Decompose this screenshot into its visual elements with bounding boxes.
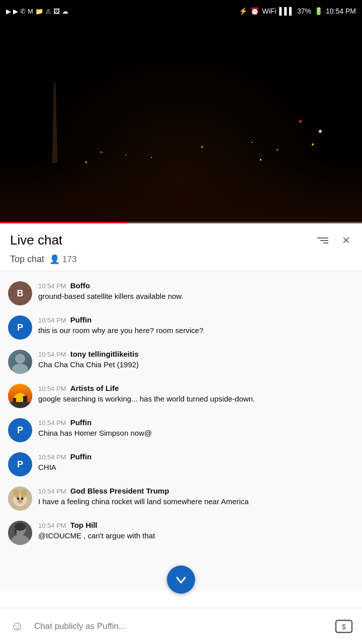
video-content bbox=[0, 22, 362, 223]
message-text: CHIA bbox=[38, 463, 56, 471]
light-dot bbox=[277, 149, 278, 150]
alert-icon: ⚠ bbox=[45, 8, 51, 15]
filter-icon bbox=[317, 237, 328, 244]
video-player[interactable] bbox=[0, 22, 362, 223]
folder-icon: 📁 bbox=[35, 8, 43, 15]
viewers-number: 173 bbox=[62, 255, 76, 265]
svg-point-0 bbox=[15, 354, 25, 364]
status-right-info: ⚡ ⏰ WiFi ▌▌▌ 37% 🔋 10:54 PM bbox=[239, 7, 356, 15]
video-progress-fill bbox=[0, 222, 127, 223]
message-content: 10:54 PM Top Hill @ICOUCME , can't argue… bbox=[38, 521, 354, 541]
status-left-icons: ▶ ▶ ✆ M 📁 ⚠ 🖼 ☁ bbox=[6, 8, 68, 15]
send-money-button[interactable]: $ bbox=[332, 615, 356, 637]
avatar bbox=[8, 350, 32, 374]
video-progress-bar[interactable] bbox=[0, 222, 362, 223]
message-meta: 10:54 PM Puffin bbox=[38, 452, 354, 461]
alarm-icon: ⏰ bbox=[250, 7, 259, 15]
svg-text:$: $ bbox=[342, 623, 346, 631]
scroll-down-button[interactable] bbox=[167, 566, 195, 594]
person2-avatar-icon bbox=[8, 521, 32, 545]
list-item: 10:54 PM Top Hill @ICOUCME , can't argue… bbox=[0, 516, 362, 550]
message-meta: 10:54 PM Puffin bbox=[38, 315, 354, 324]
svg-rect-19 bbox=[15, 529, 17, 534]
message-meta: 10:54 PM Artists of Life bbox=[38, 384, 354, 392]
chat-header-icons: × bbox=[315, 230, 352, 250]
message-content: 10:54 PM God Bless President Trump I hav… bbox=[38, 487, 354, 507]
chat-input[interactable] bbox=[34, 621, 326, 631]
message-content: 10:54 PM Artists of Life google searchin… bbox=[38, 384, 354, 404]
light-dot bbox=[260, 159, 261, 160]
city-lights bbox=[0, 158, 362, 223]
message-time: 10:54 PM bbox=[38, 316, 66, 324]
top-chat-row: Top chat 👤 173 bbox=[10, 254, 352, 271]
message-author: Puffin bbox=[70, 418, 92, 427]
message-text: @ICOUCME , can't argue with that bbox=[38, 531, 155, 540]
list-item: 10:54 PM God Bless President Trump I hav… bbox=[0, 481, 362, 516]
message-meta: 10:54 PM God Bless President Trump bbox=[38, 487, 354, 495]
bluetooth-icon: ⚡ bbox=[239, 7, 247, 15]
svg-point-14 bbox=[19, 502, 22, 504]
message-author: Puffin bbox=[70, 452, 92, 461]
m-icon: M bbox=[28, 8, 33, 15]
light-dot bbox=[201, 146, 203, 148]
avatar: P bbox=[8, 452, 32, 476]
message-author: Artists of Life bbox=[70, 384, 119, 392]
list-item: P 10:54 PM Puffin CHIA bbox=[0, 447, 362, 481]
list-item: 10:54 PM tony tellingitlikeitis Cha Cha … bbox=[0, 345, 362, 379]
dollar-send-icon: $ bbox=[335, 617, 353, 635]
message-time: 10:54 PM bbox=[38, 488, 66, 495]
chevron-down-icon bbox=[174, 573, 188, 587]
person-avatar-icon bbox=[8, 350, 32, 374]
message-text: Cha Cha Cha Chia Pet (1992) bbox=[38, 360, 139, 369]
svg-point-11 bbox=[17, 498, 20, 500]
svg-rect-6 bbox=[23, 396, 27, 402]
youtube2-icon: ▶ bbox=[13, 8, 18, 15]
viewers-count: 👤 173 bbox=[49, 254, 76, 265]
live-chat-title: Live chat bbox=[10, 232, 62, 248]
cloud-icon: ☁ bbox=[62, 8, 68, 15]
avatar: P bbox=[8, 418, 32, 442]
avatar bbox=[8, 487, 32, 511]
viewers-icon: 👤 bbox=[49, 254, 60, 265]
light-dot bbox=[312, 143, 314, 145]
message-time: 10:54 PM bbox=[38, 453, 66, 461]
message-author: Puffin bbox=[70, 315, 92, 324]
message-time: 10:54 PM bbox=[38, 351, 66, 358]
sunset-avatar-icon bbox=[8, 384, 32, 408]
svg-rect-5 bbox=[13, 398, 16, 402]
message-content: 10:54 PM Puffin this is our room why are… bbox=[38, 315, 354, 336]
svg-rect-4 bbox=[8, 402, 32, 408]
avatar bbox=[8, 384, 32, 408]
emoji-button[interactable]: ☺ bbox=[6, 615, 28, 637]
filter-button[interactable] bbox=[315, 235, 330, 246]
message-author: Top Hill bbox=[70, 521, 98, 529]
message-time: 10:54 PM bbox=[38, 282, 66, 290]
top-chat-label: Top chat bbox=[10, 254, 44, 265]
avatar: P bbox=[8, 315, 32, 340]
message-content: 10:54 PM tony tellingitlikeitis Cha Cha … bbox=[38, 350, 354, 370]
avatar bbox=[8, 521, 32, 545]
message-content: 10:54 PM Puffin CHIA bbox=[38, 452, 354, 472]
image-icon: 🖼 bbox=[53, 8, 60, 15]
message-meta: 10:54 PM Boffo bbox=[38, 281, 354, 290]
light-dot bbox=[151, 157, 152, 158]
light-dot bbox=[85, 162, 87, 163]
message-meta: 10:54 PM tony tellingitlikeitis bbox=[38, 350, 354, 358]
avatar: B bbox=[8, 281, 32, 305]
chat-header: Live chat × Top chat 👤 173 bbox=[0, 223, 362, 271]
chat-messages[interactable]: B 10:54 PM Boffo ground-based satellite … bbox=[0, 271, 362, 590]
message-text: google searching is working... has the w… bbox=[38, 394, 255, 403]
list-item: P 10:54 PM Puffin China has Homer Simpso… bbox=[0, 413, 362, 447]
call-icon: ✆ bbox=[20, 8, 26, 15]
battery-icon: 🔋 bbox=[314, 7, 323, 15]
message-text: China has Homer Simpson now@ bbox=[38, 429, 152, 437]
light-dot bbox=[251, 142, 252, 143]
close-button[interactable]: × bbox=[340, 230, 352, 250]
message-meta: 10:54 PM Puffin bbox=[38, 418, 354, 427]
status-bar: ▶ ▶ ✆ M 📁 ⚠ 🖼 ☁ ⚡ ⏰ WiFi ▌▌▌ 37% 🔋 10:54… bbox=[0, 0, 362, 22]
light-dot bbox=[299, 120, 302, 123]
monument-silhouette bbox=[50, 83, 59, 163]
chat-input-bar: ☺ $ bbox=[0, 608, 362, 644]
dog-avatar-icon bbox=[8, 487, 32, 511]
message-text: I have a feeling china rocket will land … bbox=[38, 497, 249, 506]
